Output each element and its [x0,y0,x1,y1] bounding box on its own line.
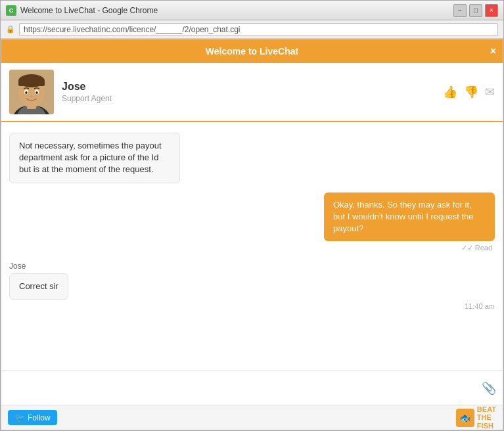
follow-button[interactable]: 🐦 Follow [8,410,57,425]
avatar-image [9,70,54,114]
beatfish-icon: 🐟 [456,409,474,427]
message-text: Okay, thanks. So they may ask for it, bu… [333,200,474,233]
message-3-sender: Jose Correct sir 11:40 am [9,261,495,310]
svg-point-9 [25,91,28,94]
message-bubble-left: Not necessary, sometimes the payout depa… [9,133,180,183]
minimize-button[interactable]: − [453,4,467,17]
agent-action-buttons: 👍 👎 ✉ [443,85,495,99]
message-read-status: ✓✓ Read [9,244,495,252]
beatfish-logo: 🐟 BEAT THE FISH [456,405,496,429]
close-button[interactable]: × [485,4,498,17]
message-text: Correct sir [19,281,58,291]
agent-info-bar: Jose Support Agent 👍 👎 ✉ [1,63,503,122]
sender-label: Jose [9,261,495,271]
beatfish-text: BEAT THE FISH [477,405,496,429]
address-bar: 🔒 [1,20,503,39]
lock-icon: 🔒 [6,25,15,34]
attach-icon[interactable]: 📎 [482,381,496,396]
agent-name: Jose [62,81,112,93]
chat-input[interactable] [8,378,478,398]
agent-avatar [9,70,54,114]
address-input[interactable] [19,23,498,36]
title-bar: C Welcome to LiveChat - Google Chrome − … [1,1,503,20]
follow-label: Follow [28,413,51,422]
agent-role: Support Agent [62,94,112,103]
chat-input-area: 📎 [1,371,503,405]
message-2: Okay, thanks. So they may ask for it, bu… [9,193,495,242]
chat-close-button[interactable]: × [490,45,496,57]
chat-messages[interactable]: Not necessary, sometimes the payout depa… [1,122,503,371]
chat-header-title: Welcome to LiveChat [206,46,298,57]
read-status-text: ✓✓ Read [461,244,492,252]
twitter-icon: 🐦 [14,413,25,422]
svg-point-10 [35,91,38,94]
chat-window: Welcome to LiveChat × [1,39,503,430]
thumbup-button[interactable]: 👍 [443,85,457,99]
svg-rect-6 [18,81,45,86]
restore-button[interactable]: □ [469,4,482,17]
window-controls: − □ × [453,4,498,17]
mail-button[interactable]: ✉ [485,85,495,99]
message-text: Not necessary, sometimes the payout depa… [19,141,162,174]
chat-header: Welcome to LiveChat × [1,39,503,63]
chat-footer: 🐦 Follow 🐟 BEAT THE FISH [1,405,503,430]
agent-details: Jose Support Agent [62,81,112,103]
message-bubble-left-2: Correct sir [9,273,68,300]
message-timestamp: 11:40 am [9,302,495,310]
thumbdown-button[interactable]: 👎 [464,85,478,99]
window-title: Welcome to LiveChat - Google Chrome [20,6,453,15]
browser-icon: C [6,5,16,16]
browser-window: C Welcome to LiveChat - Google Chrome − … [0,0,504,431]
message-bubble-right: Okay, thanks. So they may ask for it, bu… [324,193,495,242]
message-3: Correct sir [9,273,495,300]
message-1: Not necessary, sometimes the payout depa… [9,133,495,183]
